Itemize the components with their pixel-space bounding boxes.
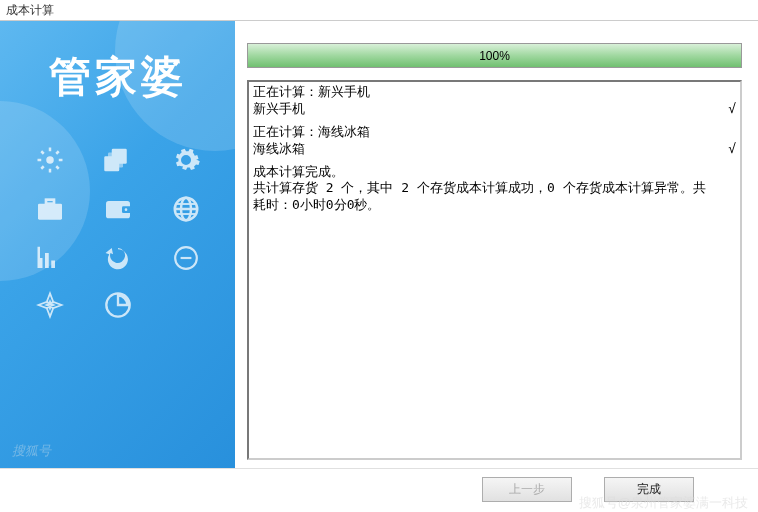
brand-logo: 管家婆: [0, 21, 235, 105]
svg-line-8: [56, 151, 59, 154]
window-title: 成本计算: [6, 3, 54, 17]
svg-line-5: [41, 151, 44, 154]
dialog-window: 成本计算 管家婆 100% 正在计算：新: [0, 0, 758, 512]
stack-icon: [93, 145, 143, 175]
svg-line-6: [56, 166, 59, 169]
main-panel: 100% 正在计算：新兴手机新兴手机√正在计算：海线冰箱海线冰箱√成本计算完成。…: [235, 21, 758, 468]
svg-rect-12: [38, 204, 62, 220]
settings-icon: [25, 145, 75, 175]
barchart-icon: [25, 243, 75, 273]
log-line: 成本计算完成。: [253, 164, 736, 181]
content-area: 管家婆 100% 正在计算：新兴手机新兴手机√正在计算：海线冰箱海线冰箱√成本: [0, 20, 758, 468]
svg-rect-13: [46, 200, 54, 204]
dialog-footer: 上一步 完成: [0, 468, 758, 510]
log-line: 海线冰箱√: [253, 141, 736, 158]
svg-rect-22: [38, 258, 42, 268]
log-line: 共计算存货 2 个，其中 2 个存货成本计算成功，0 个存货成本计算异常。共耗时…: [253, 180, 736, 214]
log-line: 新兴手机√: [253, 101, 736, 118]
gear-icon: [161, 145, 211, 175]
svg-rect-11: [104, 156, 119, 171]
piechart-icon: [93, 291, 143, 319]
done-button[interactable]: 完成: [604, 477, 694, 502]
wallet-icon: [93, 193, 143, 225]
minus-circle-icon: [161, 243, 211, 273]
sidebar-icon-grid: [0, 145, 235, 319]
progress-label: 100%: [248, 44, 741, 67]
briefcase-icon: [25, 193, 75, 225]
title-bar: 成本计算: [0, 0, 758, 20]
star-icon: [25, 291, 75, 319]
svg-rect-23: [45, 253, 49, 268]
svg-point-16: [124, 208, 127, 211]
log-line: 正在计算：新兴手机: [253, 84, 736, 101]
svg-point-0: [46, 156, 54, 164]
svg-line-7: [41, 166, 44, 169]
globe-icon: [161, 193, 211, 225]
prev-button[interactable]: 上一步: [482, 477, 572, 502]
svg-rect-24: [51, 261, 55, 269]
sidebar: 管家婆: [0, 21, 235, 468]
log-line: 正在计算：海线冰箱: [253, 124, 736, 141]
progress-bar: 100%: [247, 43, 742, 68]
log-output[interactable]: 正在计算：新兴手机新兴手机√正在计算：海线冰箱海线冰箱√成本计算完成。共计算存货…: [247, 80, 742, 460]
undo-icon: [93, 243, 143, 273]
